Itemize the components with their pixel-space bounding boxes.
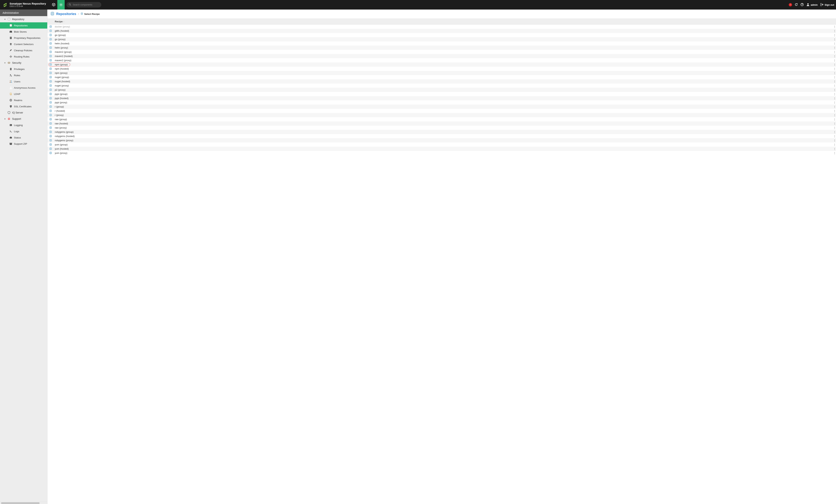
recipe-row[interactable]: pypi (hosted)⋮ [48, 96, 836, 100]
recipe-row[interactable]: raw (hosted)⋮ [48, 121, 836, 125]
row-menu-icon[interactable]: ⋮ [833, 38, 836, 41]
user-menu[interactable]: admin [806, 3, 818, 7]
row-menu-icon[interactable]: ⋮ [833, 143, 836, 146]
row-menu-icon[interactable]: ⋮ [833, 84, 836, 87]
recipe-row[interactable]: nuget (group)⋮ [48, 75, 836, 79]
recipe-row[interactable]: rubygems (group)⋮ [48, 130, 836, 134]
recipe-row[interactable]: rubygems (hosted)⋮ [48, 134, 836, 138]
row-menu-icon[interactable]: ⋮ [833, 55, 836, 58]
row-menu-icon[interactable]: ⋮ [833, 30, 836, 32]
recipe-row[interactable]: yum (group)⋮ [48, 142, 836, 147]
search-box[interactable] [66, 2, 101, 7]
nav-group-security[interactable]: ▼Security [0, 60, 47, 66]
row-menu-icon[interactable]: ⋮ [833, 42, 836, 45]
row-menu-icon[interactable]: ⋮ [833, 131, 836, 133]
row-menu-icon[interactable]: ⋮ [833, 46, 836, 49]
nav-group-iq-server[interactable]: IQ Server [0, 110, 47, 116]
row-menu-icon[interactable]: ⋮ [833, 59, 836, 62]
browse-mode-button[interactable] [50, 0, 57, 9]
row-menu-icon[interactable]: ⋮ [833, 51, 836, 53]
recipe-row[interactable]: maven2 (group)⋮ [48, 50, 836, 54]
row-menu-icon[interactable]: ⋮ [833, 76, 836, 79]
nav-item-privileges[interactable]: Privileges [0, 66, 47, 72]
nav-item-logs[interactable]: Logs [0, 128, 47, 134]
row-menu-icon[interactable]: ⋮ [833, 139, 836, 142]
nav-item-ssl-certificates[interactable]: SSL Certificates [0, 103, 47, 110]
search-input[interactable] [73, 3, 99, 6]
nav-item-proprietary-repositories[interactable]: Proprietary Repositories [0, 35, 47, 41]
nav-group-support[interactable]: ▼Support [0, 116, 47, 122]
nav-item-anonymous-access[interactable]: Anonymous Access [0, 84, 47, 91]
nav-item-realms[interactable]: Realms [0, 97, 47, 103]
sidebar-scrollbar[interactable] [0, 502, 47, 504]
recipe-row[interactable]: helm (proxy)⋮ [48, 45, 836, 50]
row-menu-icon[interactable]: ⋮ [833, 118, 836, 121]
nav-group-repository[interactable]: ▼Repository [0, 16, 47, 22]
nav-item-cleanup-policies[interactable]: Cleanup Policies [0, 47, 47, 54]
nav-item-content-selectors[interactable]: Content Selectors [0, 41, 47, 47]
nav-item-routing-rules[interactable]: Routing Rules [0, 54, 47, 60]
row-menu-icon[interactable]: ⋮ [833, 114, 836, 116]
database-icon [48, 93, 54, 95]
recipe-row[interactable]: raw (group)⋮ [48, 117, 836, 121]
recipe-row[interactable]: nuget (proxy)⋮ [48, 83, 836, 88]
row-menu-icon[interactable]: ⋮ [833, 152, 836, 154]
recipe-row[interactable]: go (proxy)⋮ [48, 37, 836, 41]
recipe-name: pypi (proxy) [54, 101, 833, 104]
row-menu-icon[interactable]: ⋮ [833, 72, 836, 74]
nav-item-status[interactable]: Status [0, 134, 47, 141]
row-menu-icon[interactable]: ⋮ [833, 148, 836, 150]
recipe-row[interactable]: r (proxy)⋮ [48, 113, 836, 117]
row-menu-icon[interactable]: ⋮ [833, 25, 836, 28]
database-icon [48, 152, 54, 154]
recipe-row[interactable]: raw (proxy)⋮ [48, 125, 836, 130]
recipe-row[interactable]: r (group)⋮ [48, 104, 836, 109]
row-menu-icon[interactable]: ⋮ [833, 135, 836, 138]
alert-badge-icon[interactable] [789, 3, 792, 6]
recipe-row[interactable]: docker (proxy)⋮ [48, 24, 836, 29]
row-menu-icon[interactable]: ⋮ [833, 97, 836, 100]
breadcrumb-main[interactable]: Repositories [56, 12, 76, 16]
row-menu-icon[interactable]: ⋮ [833, 110, 836, 112]
recipe-row[interactable]: nuget (hosted)⋮ [48, 79, 836, 83]
signout-button[interactable]: Sign out [820, 3, 834, 7]
recipe-row[interactable]: npm (group)⋮ [48, 62, 836, 67]
recipe-row[interactable]: pypi (proxy)⋮ [48, 100, 836, 104]
admin-mode-button[interactable] [57, 0, 65, 9]
recipe-row[interactable]: helm (hosted)⋮ [48, 41, 836, 45]
grid-body[interactable]: docker (proxy)⋮gitlfs (hosted)⋮go (group… [48, 24, 836, 504]
refresh-button[interactable] [795, 3, 798, 7]
recipe-row[interactable]: yum (proxy)⋮ [48, 151, 836, 155]
nav-item-roles[interactable]: Roles [0, 72, 47, 78]
row-menu-icon[interactable]: ⋮ [833, 127, 836, 129]
row-menu-icon[interactable]: ⋮ [833, 105, 836, 108]
row-menu-icon[interactable]: ⋮ [833, 101, 836, 104]
row-menu-icon[interactable]: ⋮ [833, 122, 836, 125]
recipe-row[interactable]: r (hosted)⋮ [48, 109, 836, 113]
recipe-name: rubygems (proxy) [54, 139, 833, 142]
recipe-row[interactable]: rubygems (proxy)⋮ [48, 138, 836, 142]
recipe-row[interactable]: maven2 (proxy)⋮ [48, 58, 836, 62]
row-menu-icon[interactable]: ⋮ [833, 34, 836, 36]
recipe-row[interactable]: maven2 (hosted)⋮ [48, 54, 836, 58]
row-menu-icon[interactable]: ⋮ [833, 89, 836, 91]
help-button[interactable] [800, 3, 804, 7]
recipe-row[interactable]: go (group)⋮ [48, 33, 836, 37]
recipe-row[interactable]: npm (hosted)⋮ [48, 67, 836, 71]
recipe-row[interactable]: gitlfs (hosted)⋮ [48, 29, 836, 33]
column-recipe[interactable]: Recipe ↑ [54, 19, 832, 24]
recipe-row[interactable]: npm (proxy)⋮ [48, 71, 836, 75]
recipe-row[interactable]: yum (hosted)⋮ [48, 147, 836, 151]
recipe-row[interactable]: p2 (proxy)⋮ [48, 88, 836, 92]
row-menu-icon[interactable]: ⋮ [833, 63, 836, 66]
nav-item-support-zip[interactable]: Support ZIP [0, 141, 47, 147]
row-menu-icon[interactable]: ⋮ [833, 67, 836, 70]
row-menu-icon[interactable]: ⋮ [833, 93, 836, 95]
nav-item-ldap[interactable]: LDAP [0, 91, 47, 97]
nav-item-users[interactable]: Users [0, 78, 47, 84]
nav-item-blob-stores[interactable]: Blob Stores [0, 28, 47, 35]
row-menu-icon[interactable]: ⋮ [833, 80, 836, 83]
nav-item-repositories[interactable]: Repositories [0, 22, 47, 28]
nav-item-logging[interactable]: Logging [0, 122, 47, 128]
recipe-row[interactable]: pypi (group)⋮ [48, 92, 836, 96]
